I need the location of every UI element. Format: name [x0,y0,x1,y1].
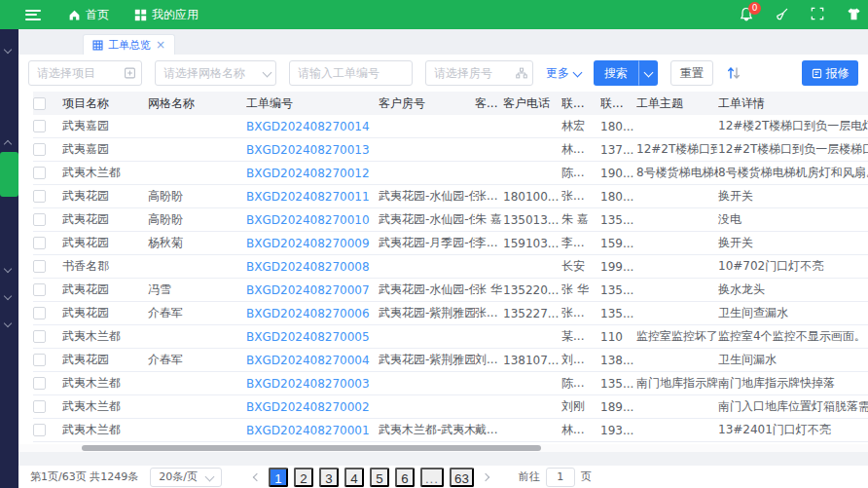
grid-name-select[interactable] [155,60,276,86]
table-row[interactable]: 武夷木兰都 BXGD202408270002 刘刚 189... 南门入口地库位… [33,395,868,419]
page-number-button[interactable]: 2 [294,468,313,487]
col-contact-phone: 联... [600,95,636,112]
cell-grid-name: 高盼盼 [148,211,246,228]
cell-grid-name: 介春军 [148,305,246,321]
page-number-button[interactable]: 4 [344,468,364,487]
page-number-button[interactable]: ... [420,468,444,487]
cell-detail: 南门入口地库位置灯箱脱落需加装 [718,398,868,415]
row-checkbox[interactable] [33,213,46,226]
order-no-link[interactable]: BXGD202408270009 [246,237,370,250]
table-body: 武夷嘉园 BXGD202408270014 林宏 180... 12#楼2T楼梯… [33,115,868,442]
order-no-link[interactable]: BXGD202408270006 [246,307,370,320]
table-row[interactable]: 武夷花园 介春军 BXGD202408270004 武夷花园-紫荆雅园-... … [33,349,868,372]
cell-contact-phone: 137... [600,143,636,157]
row-checkbox[interactable] [33,400,46,413]
row-checkbox[interactable] [33,283,46,296]
order-no-link[interactable]: BXGD202408270005 [246,330,370,344]
cell-customer-room: 武夷花园-紫荆雅园-... [379,305,475,321]
table-row[interactable]: 武夷木兰都 BXGD202408270005 某... 110 监控室监控坏了4… [33,325,868,349]
order-no-link[interactable]: BXGD202408270002 [246,400,370,414]
table-row[interactable]: 武夷木兰都 BXGD202408270012 陈... 190... 8号楼货梯… [33,162,868,185]
table-row[interactable]: 武夷嘉园 BXGD202408270013 林... 137... 12#2T楼… [33,138,868,162]
sidebar-chevron-down-icon[interactable] [5,293,12,300]
sidebar-chevron-down-icon[interactable] [5,320,12,327]
theme-skin-icon[interactable] [847,7,862,22]
table-row[interactable]: 书香名郡 BXGD202408270008 长安 199... 10#702门口… [33,255,868,279]
table-row[interactable]: 武夷花园 高盼盼 BXGD202408270011 武夷花园-水仙园-住... … [33,185,868,208]
select-all-checkbox[interactable] [33,97,46,110]
row-checkbox[interactable] [33,307,46,319]
order-no-link[interactable]: BXGD202408270004 [246,354,370,367]
sidebar-chevron-down-icon[interactable] [5,266,12,273]
order-no-link[interactable]: BXGD202408270010 [246,213,370,227]
reset-button[interactable]: 重置 [670,60,713,86]
row-checkbox[interactable] [33,354,46,366]
work-order-table: 项目名称 网格名称 工单编号 客户房号 客... 客户电话 联... 联... … [18,92,868,442]
cell-customer-phone: 135227... [503,307,561,320]
more-filters-link[interactable]: 更多 [546,65,581,82]
fullscreen-icon[interactable] [811,7,826,22]
search-dropdown-button[interactable] [638,60,658,86]
page-number-button[interactable]: 3 [319,468,339,487]
col-project-name: 项目名称 [62,95,148,112]
row-checkbox[interactable] [33,120,46,132]
table-row[interactable]: 武夷木兰都 BXGD202408270001 武夷木兰都-武夷木兰... 戴..… [33,419,868,442]
order-no-link[interactable]: BXGD202408270007 [246,283,370,297]
nav-home[interactable]: 首页 [68,7,109,23]
page-number-button[interactable]: 63 [450,468,474,487]
sidebar-active-item[interactable] [0,152,18,197]
tab-work-order-overview[interactable]: 工单总览 × [83,34,175,55]
cell-project-name: 武夷花园 [62,211,148,228]
page-number-button[interactable]: 5 [370,468,389,487]
room-no-select[interactable] [425,60,533,86]
notification-bell-icon[interactable]: 0 [739,7,754,22]
horizontal-scrollbar-thumb[interactable] [82,445,541,451]
order-no-link[interactable]: BXGD202408270001 [246,424,370,437]
row-checkbox[interactable] [33,167,46,179]
order-no-link[interactable]: BXGD202408270014 [246,120,370,133]
cascader-tree-icon[interactable] [516,67,527,79]
sidebar-chevron-up-icon[interactable] [5,138,12,145]
cell-customer-room: 武夷木兰都-武夷木兰... [379,422,475,438]
table-row[interactable]: 武夷木兰都 BXGD202408270003 陈... 135... 南门地库指… [33,372,868,395]
order-no-link[interactable]: BXGD202408270013 [246,143,370,157]
prev-page-icon[interactable] [247,469,265,486]
cell-customer-room: 武夷花园-紫荆雅园-... [379,352,475,368]
project-select[interactable] [28,60,142,86]
next-page-icon[interactable] [478,469,495,486]
row-checkbox[interactable] [33,237,46,249]
row-checkbox[interactable] [33,330,46,343]
table-row[interactable]: 武夷嘉园 BXGD202408270014 林宏 180... 12#楼2T楼梯… [33,115,868,138]
row-checkbox[interactable] [33,190,46,203]
order-no-link[interactable]: BXGD202408270003 [246,377,370,391]
row-checkbox[interactable] [33,424,46,436]
order-no-link[interactable]: BXGD202408270012 [246,167,370,180]
sort-arrows-icon[interactable] [726,65,741,81]
tab-close-icon[interactable]: × [156,39,165,51]
row-checkbox[interactable] [33,143,46,156]
order-no-input[interactable] [290,61,412,85]
sidebar-chevron-down-icon[interactable] [5,47,12,54]
report-repair-button[interactable]: 报修 [802,60,858,86]
grid-name-select-input[interactable] [156,61,275,85]
cell-contact-name: 某... [561,328,600,345]
table-row[interactable]: 武夷花园 介春军 BXGD202408270006 武夷花园-紫荆雅园-... … [33,302,868,325]
order-no-link[interactable]: BXGD202408270011 [246,190,370,204]
menu-collapse-icon[interactable] [25,10,41,20]
nav-my-apps[interactable]: 我的应用 [134,7,199,23]
order-no-field[interactable] [289,60,413,86]
page-number-button[interactable]: 1 [269,468,288,487]
cell-contact-name: 林... [561,422,600,438]
order-no-link[interactable]: BXGD202408270008 [246,260,370,274]
tree-select-icon[interactable] [124,67,136,80]
table-row[interactable]: 武夷花园 冯雪 BXGD202408270007 武夷花园-水仙园-住... 张… [33,279,868,302]
page-size-select[interactable]: 20条/页 [150,468,222,487]
row-checkbox[interactable] [33,377,46,390]
page-number-button[interactable]: 6 [395,468,415,487]
search-button[interactable]: 搜索 [594,60,638,86]
row-checkbox[interactable] [33,260,46,273]
table-row[interactable]: 武夷花园 高盼盼 BXGD202408270010 武夷花园-水仙园-住... … [33,208,868,232]
clear-cache-broom-icon[interactable] [775,7,790,22]
jump-page-input[interactable] [546,468,575,487]
table-row[interactable]: 武夷花园 杨秋菊 BXGD202408270009 武夷花园-月季园-住... … [33,232,868,255]
